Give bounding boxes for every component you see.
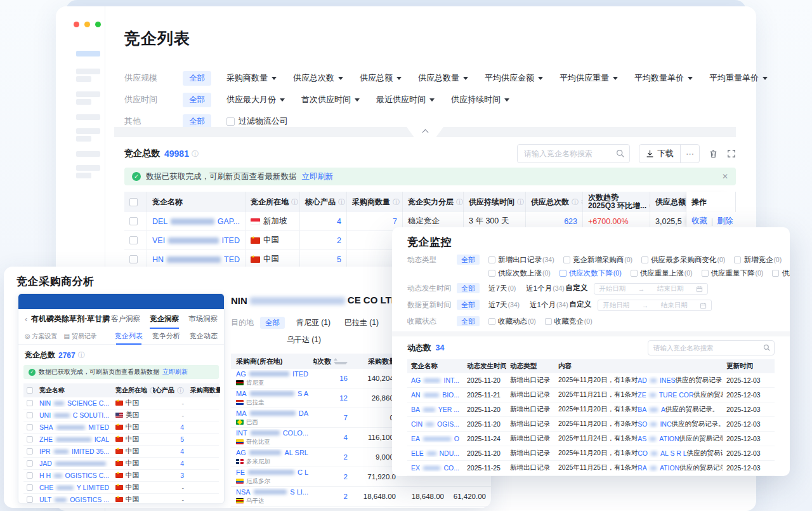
competitor-name-link[interactable]: EAO <box>407 435 463 442</box>
close-alert-icon[interactable]: ✕ <box>722 172 728 181</box>
destination-item[interactable]: 肯尼亚 (1) <box>296 317 331 328</box>
refresh-now-link[interactable]: 立即刷新 <box>162 368 188 376</box>
back-icon[interactable]: ‹ <box>25 314 27 324</box>
checkbox-icon[interactable] <box>27 400 33 406</box>
dynamic-type-checkbox[interactable]: 新增竞企(0) <box>734 255 782 265</box>
purchaser-name-link[interactable]: INTCOLO... <box>236 429 308 437</box>
tab-竞企洞察[interactable]: 竞企洞察 <box>150 314 179 324</box>
checkbox-icon[interactable] <box>226 117 235 126</box>
subtab-竞企列表[interactable]: 竞企列表 <box>115 331 143 341</box>
sidebar-item[interactable] <box>76 136 91 142</box>
competitor-name-link[interactable]: ULTOGISTICS ... <box>36 496 112 503</box>
checkbox-icon[interactable] <box>27 484 33 491</box>
core-products-count[interactable]: 5 <box>300 250 347 269</box>
filter-all-chip[interactable]: 全部 <box>457 300 480 310</box>
purchase-times-link[interactable]: 7 <box>313 414 353 421</box>
core-products-count[interactable]: - <box>153 399 187 407</box>
sidebar-item[interactable] <box>76 151 100 157</box>
sidebar-item-active[interactable] <box>76 51 100 56</box>
checkbox-icon[interactable] <box>702 270 709 277</box>
subtab-竞企动态[interactable]: 竞企动态 <box>190 331 218 341</box>
purchaser-name-link[interactable]: NSAS LI... <box>236 488 308 496</box>
filter-item[interactable]: 平均供应金额 <box>485 72 543 84</box>
filter-all-chip[interactable]: 全部 <box>457 316 480 326</box>
dynamic-type-checkbox[interactable]: 供应次数下降(0) <box>560 268 622 278</box>
core-products-count[interactable]: 2 <box>300 231 347 249</box>
filter-all-chip[interactable]: 全部 <box>183 93 211 107</box>
destination-item[interactable]: 乌干达 (1) <box>287 335 321 345</box>
filter-all-chip[interactable]: 全部 <box>457 283 480 293</box>
purchaser-name-link[interactable]: MAS A <box>236 390 308 397</box>
checkbox-icon[interactable] <box>563 256 570 263</box>
filter-all-chip[interactable]: 全部 <box>183 71 211 86</box>
purchase-times-link[interactable]: 2 <box>313 453 353 461</box>
dynamic-type-checkbox[interactable]: 供应数量上涨(0) <box>772 268 790 278</box>
filter-item[interactable]: 供应持续时间 <box>451 94 509 105</box>
custom-range-label[interactable]: 自定义 <box>570 300 592 309</box>
dynamic-type-checkbox[interactable]: 竞企新增采购商(0) <box>563 255 632 265</box>
sidebar-item[interactable] <box>76 128 100 134</box>
checkbox-icon[interactable] <box>488 270 495 277</box>
checkbox-icon[interactable] <box>27 412 33 418</box>
filter-item[interactable]: 供应总次数 <box>293 72 343 84</box>
filter-item[interactable]: 供应总额 <box>360 72 402 84</box>
core-products-count[interactable]: 4 <box>153 460 187 467</box>
subtab-竞争分析[interactable]: 竞争分析 <box>152 331 180 341</box>
core-products-count[interactable]: 4 <box>153 423 187 431</box>
core-products-count[interactable]: - <box>153 411 187 419</box>
core-products-count[interactable]: 4 <box>153 448 187 455</box>
purchaser-name-link[interactable]: MADA <box>236 409 308 417</box>
checkbox-icon[interactable] <box>560 270 566 277</box>
tool-贸易记录[interactable]: ▤ 贸易记录 <box>64 332 97 341</box>
dynamic-type-checkbox[interactable]: 收藏动态(0) <box>488 316 536 326</box>
competitor-name-link[interactable]: HNTED <box>147 250 246 269</box>
checkbox-icon[interactable] <box>129 198 138 206</box>
trash-button[interactable] <box>709 149 718 159</box>
competitor-name-link[interactable]: JAD <box>36 460 112 467</box>
sort-icon[interactable] <box>334 358 348 364</box>
filter-item[interactable]: 供应最大月份 <box>226 94 285 105</box>
purchaser-name-link[interactable]: FEC L <box>236 468 308 476</box>
dynamic-type-checkbox[interactable]: 供应次数上涨(0) <box>488 268 551 278</box>
competitor-name-link[interactable]: NINSCIENCE C... <box>36 399 112 407</box>
checkbox-icon[interactable] <box>734 256 741 263</box>
tool-方案设置[interactable]: ◎ 方案设置 <box>25 332 58 341</box>
filter-item[interactable]: 最近供应时间 <box>376 94 435 105</box>
search-input[interactable] <box>517 144 630 163</box>
competitor-name-link[interactable]: AGINT... <box>407 376 463 384</box>
sidebar-item[interactable] <box>76 114 100 120</box>
sidebar-item[interactable] <box>76 99 91 105</box>
core-products-count[interactable]: 4 <box>300 212 347 230</box>
checkbox-icon[interactable] <box>27 387 33 394</box>
purchase-times-link[interactable]: 2 <box>313 493 353 500</box>
more-options-button[interactable]: ⋯ <box>680 145 699 163</box>
custom-range-label[interactable]: 自定义 <box>566 283 588 293</box>
checkbox-icon[interactable] <box>27 472 33 479</box>
delete-button[interactable]: 删除 <box>717 216 733 227</box>
competitor-name-link[interactable]: IPRIMITED 35... <box>36 448 112 455</box>
time-option[interactable]: 近7天(34) <box>488 300 520 310</box>
filter-item[interactable]: 供应总数量 <box>418 72 468 84</box>
sidebar-item[interactable] <box>76 76 91 82</box>
competitor-name-link[interactable]: BAYER ... <box>407 406 463 413</box>
refresh-now-link[interactable]: 立即刷新 <box>302 171 334 182</box>
checkbox-icon[interactable] <box>545 318 552 325</box>
checkbox-icon[interactable] <box>488 318 495 325</box>
checkbox-icon[interactable] <box>129 255 138 263</box>
checkbox-icon[interactable] <box>129 236 138 244</box>
checkbox-icon[interactable] <box>129 217 138 225</box>
competitor-name-link[interactable]: EXCO... <box>407 464 463 472</box>
sidebar-item[interactable] <box>76 91 100 97</box>
checkbox-icon[interactable] <box>27 436 33 442</box>
dynamic-type-checkbox[interactable]: 新增出口记录(34) <box>488 255 554 265</box>
dynamic-type-checkbox[interactable]: 供应最多采购商变化(0) <box>641 255 725 265</box>
filter-item[interactable]: 平均供应重量 <box>560 72 618 84</box>
competitor-name-link[interactable]: H HOGISTICS C... <box>36 472 112 479</box>
competitor-name-link[interactable]: ZHEICAL <box>36 435 112 443</box>
dynamic-type-checkbox[interactable]: 收藏竞企(0) <box>545 316 593 326</box>
competitor-name-link[interactable]: DELGAP... <box>147 212 246 230</box>
filter-item[interactable]: 平均重量单价 <box>709 72 768 84</box>
tab-客户洞察[interactable]: 客户洞察 <box>111 314 140 324</box>
competitor-name-link[interactable]: ANBIO... <box>407 391 463 399</box>
favorite-button[interactable]: 收藏 <box>691 216 707 227</box>
